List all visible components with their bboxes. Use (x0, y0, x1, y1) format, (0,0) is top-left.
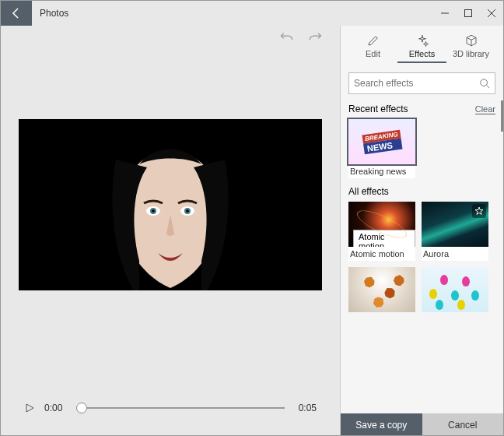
undo-button[interactable] (278, 30, 296, 49)
search-effects[interactable] (348, 72, 495, 94)
tab-3d-library[interactable]: 3D library (446, 33, 495, 63)
redo-button[interactable] (306, 30, 324, 49)
svg-point-10 (481, 79, 488, 86)
timeline-track[interactable] (76, 407, 284, 409)
preview-pane: 0:00 0:05 (1, 26, 340, 436)
effect-breaking-news[interactable]: BREAKINGNEWS Breaking news (348, 119, 415, 178)
maximize-button[interactable] (457, 1, 480, 26)
svg-line-11 (487, 86, 490, 89)
svg-point-6 (152, 209, 155, 213)
cancel-button[interactable]: Cancel (422, 413, 504, 436)
tab-effects[interactable]: Effects (397, 33, 446, 63)
tab-edit[interactable]: Edit (348, 33, 397, 63)
effect-tooltip: Atomic motion (353, 230, 415, 247)
scrollbar[interactable] (501, 100, 503, 132)
effect-aurora[interactable]: Aurora (422, 202, 488, 261)
time-start: 0:00 (44, 403, 62, 413)
timeline[interactable]: 0:00 0:05 (24, 403, 317, 413)
minimize-button[interactable] (433, 1, 457, 26)
effect-balloons[interactable] (422, 267, 488, 312)
close-button[interactable] (480, 1, 503, 26)
clear-recent[interactable]: Clear (475, 104, 495, 114)
app-title: Photos (32, 8, 68, 19)
search-input[interactable] (354, 78, 479, 89)
effects-panel: Edit Effects 3D library Recent effects C… (340, 26, 503, 436)
video-preview[interactable] (19, 119, 322, 290)
save-copy-button[interactable]: Save a copy (341, 413, 422, 436)
premium-icon (472, 204, 486, 218)
timeline-thumb[interactable] (76, 403, 87, 413)
effect-atomic-motion[interactable]: Atomic motion Atomic motion (348, 202, 415, 261)
time-end: 0:05 (299, 403, 317, 413)
svg-rect-1 (465, 10, 472, 17)
search-icon (479, 78, 490, 89)
recent-heading: Recent effects (348, 104, 408, 114)
svg-point-9 (186, 209, 189, 213)
effect-autumn-leaves[interactable] (348, 267, 415, 312)
titlebar: Photos (1, 1, 503, 26)
back-button[interactable] (1, 1, 32, 26)
all-heading: All effects (348, 186, 389, 197)
play-button[interactable] (24, 403, 35, 413)
